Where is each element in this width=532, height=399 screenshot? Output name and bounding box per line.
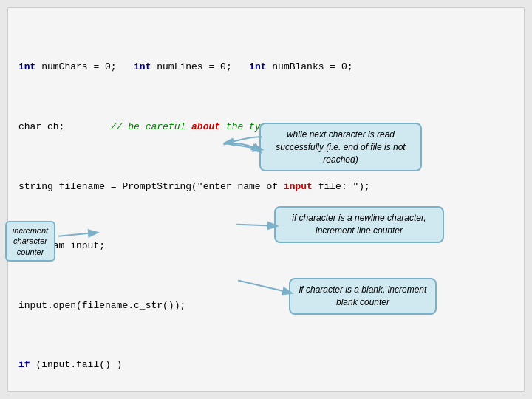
left-label-increment: increment character counter — [5, 221, 55, 262]
callout-while-text: while next character is read successfull… — [276, 129, 405, 165]
callout-newline: if character is a newline character, inc… — [274, 206, 444, 243]
keyword-if: if — [18, 359, 35, 370]
keyword: int — [134, 61, 157, 72]
left-label-text: increment character counter — [13, 226, 48, 256]
code-line-5: input.open(filename.c_str()); — [18, 299, 516, 313]
keyword: int — [249, 61, 272, 72]
highlight-about: about — [191, 121, 220, 132]
callout-blank: if character is a blank, increment blank… — [289, 278, 437, 315]
code-line-1: int numChars = 0; int numLines = 0; int … — [18, 60, 516, 75]
highlight-input: input — [284, 181, 313, 192]
callout-newline-text: if character is a newline character, inc… — [292, 213, 426, 236]
callout-blank-text: if character is a blank, increment blank… — [299, 284, 427, 307]
code-container: int numChars = 0; int numLines = 0; int … — [7, 7, 525, 392]
code-line-6: if (input.fail() ) — [18, 358, 516, 372]
callout-while-loop: while next character is read successfull… — [259, 123, 422, 171]
code-line-3: string filename = PromptString("enter na… — [18, 180, 516, 194]
keyword: int — [18, 61, 41, 72]
